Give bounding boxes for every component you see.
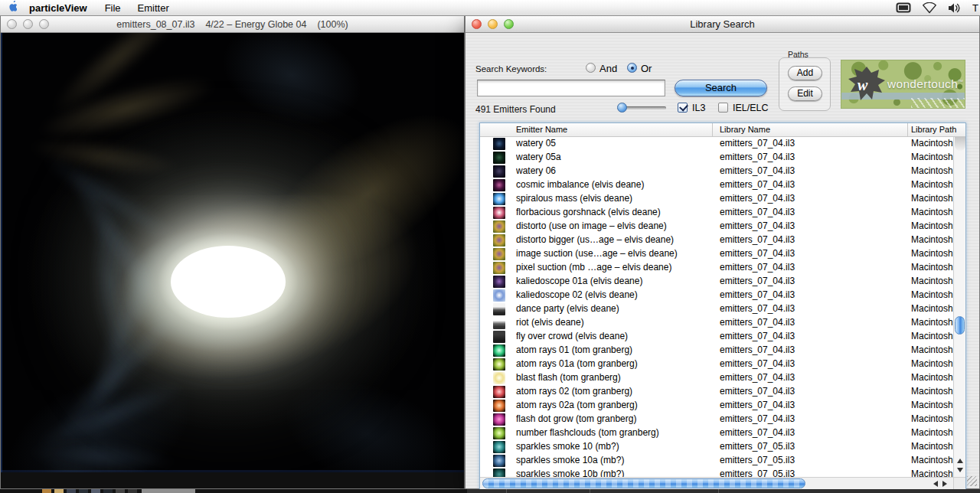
column-divider[interactable] (907, 123, 908, 137)
vertical-scrollbar[interactable] (953, 137, 965, 478)
close-button[interactable] (7, 19, 17, 29)
particle-wisp (61, 205, 190, 455)
wondertouch-wordmark: wondertouch™ (887, 77, 963, 91)
table-row[interactable]: distorto bigger (us…age – elvis deane)em… (480, 233, 955, 247)
watery-06-thumbnail (493, 165, 505, 178)
cell-name: watery 05 (516, 138, 710, 149)
airport-icon[interactable] (922, 2, 937, 14)
table-row[interactable]: kaliedoscope 01a (elvis deane)emitters_0… (480, 275, 955, 289)
table-row[interactable]: atom rays 02a (tom granberg)emitters_07_… (480, 399, 955, 413)
particle-smoke (1, 315, 249, 472)
cell-library: emitters_07_05.il3 (720, 455, 906, 465)
results-slider[interactable] (619, 106, 666, 109)
close-button[interactable] (472, 19, 482, 29)
cell-path: Macintosh (911, 400, 954, 410)
menubar-clock-partial[interactable]: T (972, 2, 980, 14)
table-row[interactable]: distorto (use on image – elvis deane)emi… (480, 220, 955, 233)
apple-menu[interactable] (0, 1, 23, 15)
table-row[interactable]: sparkles smoke 10a (mb?)emitters_07_05.i… (480, 454, 955, 468)
search-button[interactable]: Search (675, 80, 767, 96)
cell-path: Macintosh (911, 413, 954, 424)
particle-wisp (1, 49, 256, 168)
table-row[interactable]: watery 06emitters_07_04.il3Macintosh (480, 165, 955, 178)
background-thumbnail-fragment (54, 489, 64, 493)
menu-file[interactable]: File (96, 0, 129, 16)
il3-checkbox[interactable] (678, 103, 688, 113)
table-row[interactable]: cosmic imbalance (elvis deane)emitters_0… (480, 178, 955, 192)
edit-path-button[interactable]: Edit (788, 87, 822, 101)
cell-path: Macintosh (911, 152, 954, 162)
cell-library: emitters_07_04.il3 (720, 400, 906, 410)
cell-name: sparkles smoke 10 (mb?) (516, 441, 710, 452)
search-input[interactable] (477, 80, 665, 96)
add-path-button[interactable]: Add (788, 66, 822, 80)
table-row[interactable]: florbacious gorshnack (elvis deane)emitt… (480, 206, 955, 220)
cell-path: Macintosh (911, 441, 954, 452)
table-row[interactable]: dance party (elvis deane)emitters_07_04.… (480, 302, 955, 316)
library-window-title: Library Search (690, 18, 755, 30)
background-thumbnail-fragment (91, 489, 100, 493)
column-header-library-path[interactable]: Library Path (911, 125, 956, 134)
number-flashclouds-thumbnail (493, 427, 505, 439)
particle-core (171, 246, 286, 318)
distorto-bigger-thumbnail (493, 234, 505, 246)
dance-party-thumbnail (493, 303, 505, 315)
search-keywords-label: Search Keywords: (475, 64, 547, 73)
particle-wisp (37, 131, 194, 348)
radio-or[interactable] (627, 63, 637, 73)
scroll-left-arrow[interactable] (933, 481, 938, 487)
cell-name: flash dot grow (tom granberg) (516, 413, 710, 424)
library-titlebar[interactable]: Library Search (466, 16, 979, 33)
table-row[interactable]: watery 05emitters_07_04.il3Macintosh (480, 137, 955, 151)
cell-library: emitters_07_04.il3 (720, 262, 906, 273)
scroll-right-arrow[interactable] (942, 481, 947, 487)
table-row[interactable]: riot (elvis deane)emitters_07_04.il3Maci… (480, 316, 955, 330)
table-row[interactable]: fly over crowd (elvis deane)emitters_07_… (480, 330, 955, 344)
table-row[interactable]: flash dot grow (tom granberg)emitters_07… (480, 413, 955, 426)
preview-titlebar[interactable]: emitters_08_07.il3 4/22 – Energy Globe 0… (1, 16, 464, 33)
vertical-scrollbar-thumb[interactable] (955, 316, 965, 335)
cell-path: Macintosh (911, 386, 954, 397)
table-row[interactable]: atom rays 02 (tom granberg)emitters_07_0… (480, 385, 955, 399)
particle-cool-glow (93, 209, 345, 370)
background-thumbnail-fragment (103, 489, 113, 493)
menu-emitter[interactable]: Emitter (129, 0, 178, 16)
iel-elc-checkbox[interactable] (718, 103, 728, 113)
table-row[interactable]: pixel suction (mb …age – elvis deane)emi… (480, 261, 955, 275)
menu-app-name[interactable]: particleView (23, 0, 96, 16)
horizontal-scrollbar-thumb[interactable] (482, 478, 805, 488)
column-divider[interactable] (712, 123, 713, 137)
scroll-down-arrow[interactable] (957, 468, 963, 472)
column-header-library-name[interactable]: Library Name (720, 125, 770, 134)
table-row[interactable]: image suction (use…age – elvis deane)emi… (480, 247, 955, 261)
table-row[interactable]: spiralous mass (elvis deane)emitters_07_… (480, 192, 955, 206)
table-row[interactable]: kaliedoscope 02 (elvis deane)emitters_07… (480, 289, 955, 302)
cell-path: Macintosh (911, 165, 954, 176)
table-row[interactable]: watery 05aemitters_07_04.il3Macintosh (480, 151, 955, 165)
minimize-button[interactable] (23, 19, 33, 29)
table-row[interactable]: sparkles smoke 10 (mb?)emitters_07_05.il… (480, 440, 955, 454)
column-header-emitter-name[interactable]: Emitter Name (516, 125, 567, 134)
minimize-button[interactable] (488, 19, 498, 29)
display-icon[interactable] (896, 2, 911, 14)
zoom-button[interactable] (39, 19, 49, 29)
scrollbar-track-cap (955, 137, 965, 151)
particle-wisps (1, 33, 464, 472)
slider-knob[interactable] (617, 103, 627, 113)
scroll-up-arrow[interactable] (957, 459, 963, 463)
volume-icon[interactable] (948, 2, 962, 14)
particle-wisp (1, 429, 205, 472)
radio-and[interactable] (586, 63, 596, 73)
table-row[interactable]: number flashclouds (tom granberg)emitter… (480, 426, 955, 440)
cell-name: blast flash (tom granberg) (516, 372, 710, 383)
horizontal-scrollbar[interactable] (480, 477, 955, 489)
zoom-button[interactable] (504, 19, 514, 29)
table-row[interactable]: atom rays 01 (tom granberg)emitters_07_0… (480, 344, 955, 358)
background-window-sliver (0, 489, 980, 493)
cell-library: emitters_07_04.il3 (720, 193, 906, 204)
cell-library: emitters_07_04.il3 (720, 234, 906, 245)
table-row[interactable]: atom rays 01a (tom granberg)emitters_07_… (480, 358, 955, 371)
particle-wisp (21, 276, 214, 472)
table-row[interactable]: blast flash (tom granberg)emitters_07_04… (480, 371, 955, 385)
window-resize-grip[interactable] (967, 476, 977, 486)
